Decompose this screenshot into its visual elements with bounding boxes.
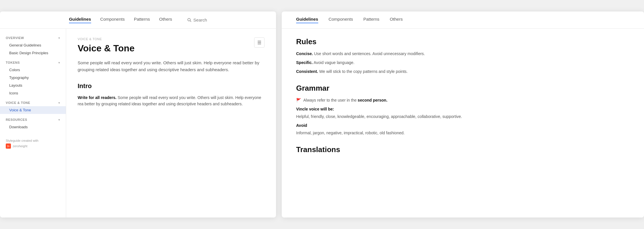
content-area-left: OVERVIEW ▾ General Guidelines Basic Desi…	[0, 29, 276, 218]
rule-consistent-text: We will stick to the copy patterns and s…	[319, 69, 408, 74]
grammar-person-text: Always refer to the user in the second p…	[303, 97, 388, 103]
sidebar-section-label-overview: OVERVIEW	[6, 36, 24, 40]
right-nav-item-patterns[interactable]: Patterns	[363, 17, 379, 23]
sidebar-section-label-tokens: TOKENS	[6, 61, 20, 64]
sidebar-item-downloads[interactable]: Downloads	[0, 123, 66, 131]
nav-item-guidelines-left[interactable]: Guidelines	[69, 17, 91, 23]
grammar-person-bold2: second person.	[358, 98, 387, 102]
left-nav-items: Guidelines Components Patterns Others Se…	[69, 17, 207, 23]
right-nav-item-others[interactable]: Others	[390, 17, 403, 23]
sidebar-section-label-resources: RESOURCES	[6, 118, 27, 121]
search-label-left: Search	[193, 18, 207, 22]
page-description: Some people will read every word you wri…	[78, 59, 264, 73]
sidebar-section-resources: RESOURCES ▾ Downloads	[0, 116, 66, 131]
grammar-person-note: 🚩 Always refer to the user in the second…	[296, 97, 630, 103]
translations-title: Translations	[296, 145, 630, 154]
sidebar-item-typography[interactable]: Typography	[0, 74, 66, 81]
rule-specific: Specific. Avoid vague language.	[296, 60, 630, 66]
chevron-down-icon-tokens: ▾	[58, 61, 60, 64]
vincle-description: Helpful, friendly, close, knowledgeable,…	[296, 114, 630, 120]
sidebar-section-header-voice-tone[interactable]: VOICE & TONE ▾	[0, 99, 66, 106]
breadcrumb: VOICE & TONE	[78, 37, 264, 41]
sidebar-item-voice-tone[interactable]: Voice & Tone	[0, 106, 66, 114]
search-icon-left	[187, 18, 192, 22]
sidebar-item-icons[interactable]: Icons	[0, 89, 66, 97]
nav-item-components-left[interactable]: Components	[100, 17, 125, 23]
warning-icon: 🚩	[296, 97, 301, 103]
right-main-content: Rules Concise. Use short words and sente…	[282, 29, 644, 218]
translations-section: Translations	[296, 145, 630, 154]
avoid-text: Informal, jargon, negative, impractical,…	[296, 130, 630, 136]
main-content-left: ☰ VOICE & TONE Voice & Tone Some people …	[66, 29, 276, 218]
zeroheight-logo: ▷	[6, 143, 11, 149]
rule-concise-text: Use short words and sentences. Avoid unn…	[314, 51, 425, 56]
intro-text: Write for all readers. Some people will …	[78, 94, 264, 107]
right-panel: Guidelines Components Patterns Others Ru…	[282, 11, 644, 218]
grammar-section: Grammar 🚩 Always refer to the user in th…	[296, 84, 630, 136]
zeroheight-badge: Styleguide created with	[6, 139, 60, 142]
intro-lead-bold: Write for all readers.	[78, 95, 116, 100]
svg-point-0	[188, 18, 190, 21]
right-nav-item-guidelines[interactable]: Guidelines	[296, 17, 318, 23]
sidebar: OVERVIEW ▾ General Guidelines Basic Desi…	[0, 29, 66, 218]
left-nav-bar: Guidelines Components Patterns Others Se…	[0, 11, 276, 29]
rule-specific-text: Avoid vague language.	[314, 60, 354, 65]
sidebar-section-header-resources[interactable]: RESOURCES ▾	[0, 116, 66, 123]
sidebar-section-overview: OVERVIEW ▾ General Guidelines Basic Desi…	[0, 34, 66, 57]
sidebar-footer: Styleguide created with ▷ zeroheight	[0, 133, 66, 154]
sidebar-item-general-guidelines[interactable]: General Guidelines	[0, 41, 66, 49]
rule-consistent: Consistent. We will stick to the copy pa…	[296, 69, 630, 75]
chevron-down-icon-voice-tone: ▾	[58, 101, 60, 104]
rules-title: Rules	[296, 37, 630, 46]
zeroheight-label: zeroheight	[13, 144, 27, 148]
intro-section-title: Intro	[78, 82, 264, 90]
svg-line-1	[190, 21, 191, 22]
avoid-label: Avoid	[296, 123, 630, 128]
grammar-person-before: Always refer to the user in the	[303, 98, 358, 102]
rule-concise-bold: Concise.	[296, 51, 313, 56]
vincle-label: Vincle voice will be:	[296, 107, 630, 111]
sidebar-section-header-tokens[interactable]: TOKENS ▾	[0, 59, 66, 66]
rule-concise: Concise. Use short words and sentences. …	[296, 51, 630, 57]
chevron-down-icon-resources: ▾	[58, 118, 60, 121]
nav-item-others-left[interactable]: Others	[159, 17, 172, 23]
sidebar-section-label-voice-tone: VOICE & TONE	[6, 101, 30, 104]
sidebar-section-header-overview[interactable]: OVERVIEW ▾	[0, 34, 66, 41]
zeroheight-brand[interactable]: ▷ zeroheight	[6, 143, 60, 149]
left-panel: Guidelines Components Patterns Others Se…	[0, 11, 276, 218]
sidebar-section-tokens: TOKENS ▾ Colors Typography Layouts Icons	[0, 59, 66, 97]
right-nav-item-components[interactable]: Components	[329, 17, 353, 23]
grammar-title: Grammar	[296, 84, 630, 93]
rules-section: Rules Concise. Use short words and sente…	[296, 37, 630, 75]
nav-item-patterns-left[interactable]: Patterns	[134, 17, 150, 23]
rule-consistent-bold: Consistent.	[296, 69, 318, 74]
search-button-left[interactable]: Search	[187, 18, 207, 22]
sidebar-item-colors[interactable]: Colors	[0, 66, 66, 74]
sidebar-section-voice-tone: VOICE & TONE ▾ Voice & Tone	[0, 99, 66, 114]
sidebar-item-layouts[interactable]: Layouts	[0, 81, 66, 89]
right-nav-bar: Guidelines Components Patterns Others	[282, 11, 644, 29]
chevron-down-icon-overview: ▾	[58, 36, 60, 40]
created-with-label: Styleguide created with	[6, 139, 39, 142]
toc-button[interactable]: ☰	[254, 37, 264, 48]
sidebar-item-basic-design[interactable]: Basic Design Principles	[0, 49, 66, 57]
page-title: Voice & Tone	[78, 43, 264, 54]
rule-specific-bold: Specific.	[296, 60, 313, 65]
